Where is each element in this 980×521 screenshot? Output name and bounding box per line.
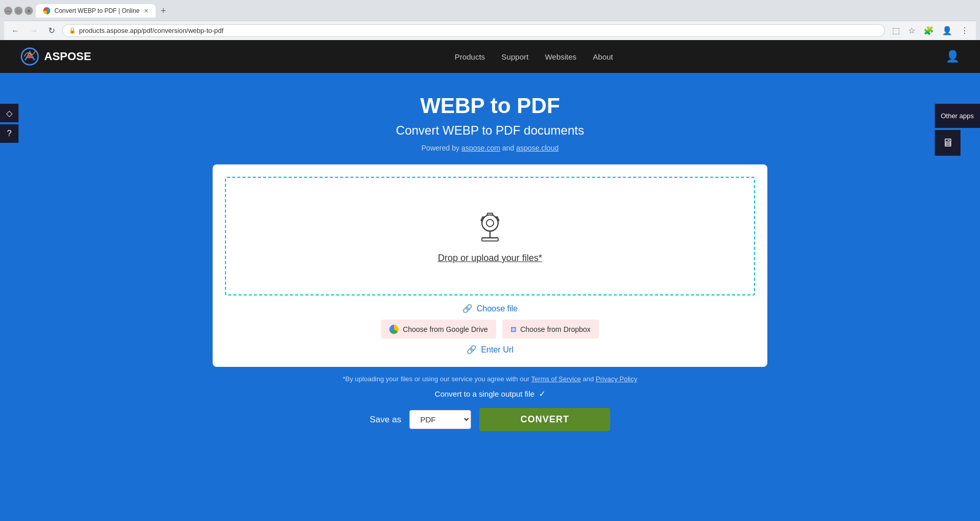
single-file-option: Convert to a single output file ✓ [435,389,545,399]
maximize-btn[interactable]: □ [14,7,23,15]
tab-close-btn[interactable]: ✕ [144,8,148,14]
terms-and: and [581,375,596,383]
nav-websites[interactable]: Websites [545,52,576,61]
cast-btn[interactable]: ⬚ [889,25,903,36]
bookmark-btn[interactable]: ☆ [905,25,918,36]
tos-link[interactable]: Terms of Service [531,375,581,383]
help-widget-btn[interactable]: ? [0,124,18,143]
dropbox-btn[interactable]: ⧈ Choose from Dropbox [502,320,599,339]
left-side-widgets: ◇ ? [0,104,18,143]
convert-bar: Save as PDF DOCX XLSX PPTX JPG PNG CONVE… [370,408,610,431]
upload-cloud-icon [472,209,508,245]
dropbox-icon: ⧈ [511,324,516,334]
code-widget-btn[interactable]: ◇ [0,104,18,122]
hero-section: WEBP to PDF Convert WEBP to PDF document… [396,94,584,152]
logo-link[interactable]: ASPOSE [21,47,91,66]
nav-about[interactable]: About [593,52,613,61]
tab-title: Convert WEBP to PDF | Online [54,7,140,14]
refresh-btn[interactable]: ↻ [45,25,58,36]
main-content: ◇ ? Other apps 🖥 WEBP to PDF Convert WEB… [0,73,980,452]
checkmark-icon: ✓ [539,389,545,399]
choose-file-label: Choose file [477,304,518,313]
menu-btn[interactable]: ⋮ [957,25,972,36]
top-navigation: ASPOSE Products Support Websites About 👤 [0,40,980,73]
user-icon[interactable]: 👤 [946,50,959,63]
save-as-label: Save as [370,415,401,425]
aspose-cloud-link[interactable]: aspose.cloud [516,144,559,152]
drop-text[interactable]: Drop or upload your files* [438,253,542,264]
logo-text: ASPOSE [44,50,91,63]
svg-point-1 [28,54,31,58]
google-drive-icon [389,325,399,334]
close-btn[interactable]: ✕ [25,7,33,15]
tab-favicon [43,7,50,14]
upload-container: Drop or upload your files* 🔗 Choose file… [213,164,767,367]
address-bar[interactable]: 🔒 products.aspose.app/pdf/conversion/web… [62,24,885,37]
security-icon: 🔒 [69,27,76,34]
action-buttons: 🔗 Choose file Choose from Google Drive ⧈… [225,304,755,355]
monitor-btn[interactable]: 🖥 [935,130,960,156]
convert-btn[interactable]: CONVERT [479,408,610,431]
hero-title: WEBP to PDF [396,94,584,118]
forward-btn[interactable]: → [27,25,41,36]
aspose-logo-icon [21,47,39,66]
aspose-com-link[interactable]: aspose.com [461,144,500,152]
format-select[interactable]: PDF DOCX XLSX PPTX JPG PNG [409,410,471,429]
back-btn[interactable]: ← [8,25,23,36]
choose-file-btn[interactable]: 🔗 Choose file [462,304,518,313]
new-tab-btn[interactable]: + [157,5,171,17]
link-icon: 🔗 [462,304,473,313]
powered-prefix: Powered by [422,144,462,152]
url-link-icon: 🔗 [466,345,477,355]
hero-powered: Powered by aspose.com and aspose.cloud [396,144,584,152]
nav-links: Products Support Websites About [122,52,946,61]
url-text: products.aspose.app/pdf/conversion/webp-… [79,27,223,34]
google-drive-btn[interactable]: Choose from Google Drive [381,320,496,339]
browser-tab[interactable]: Convert WEBP to PDF | Online ✕ [36,4,156,17]
svg-point-3 [486,219,494,227]
enter-url-btn[interactable]: 🔗 Enter Url [466,345,513,355]
other-apps-btn[interactable]: Other apps [935,104,980,128]
enter-url-label: Enter Url [481,345,513,355]
browser-chrome: — □ ✕ Convert WEBP to PDF | Online ✕ + ←… [0,0,980,40]
hero-subtitle: Convert WEBP to PDF documents [396,123,584,138]
drop-zone[interactable]: Drop or upload your files* [225,177,755,295]
other-apps-panel: Other apps 🖥 [935,104,980,156]
cloud-source-buttons: Choose from Google Drive ⧈ Choose from D… [381,320,599,339]
page-content: ASPOSE Products Support Websites About 👤… [0,40,980,452]
powered-and: and [500,144,516,152]
minimize-btn[interactable]: — [4,7,12,15]
terms-text: *By uploading your files or using our se… [343,375,637,383]
extensions-btn[interactable]: 🧩 [920,25,937,36]
nav-support[interactable]: Support [501,52,529,61]
nav-products[interactable]: Products [455,52,485,61]
single-file-label: Convert to a single output file [435,389,534,398]
google-drive-label: Choose from Google Drive [403,325,488,333]
dropbox-label: Choose from Dropbox [520,325,591,333]
terms-prefix: *By uploading your files or using our se… [343,375,531,383]
privacy-policy-link[interactable]: Privacy Policy [596,375,637,383]
profile-btn[interactable]: 👤 [939,25,955,36]
